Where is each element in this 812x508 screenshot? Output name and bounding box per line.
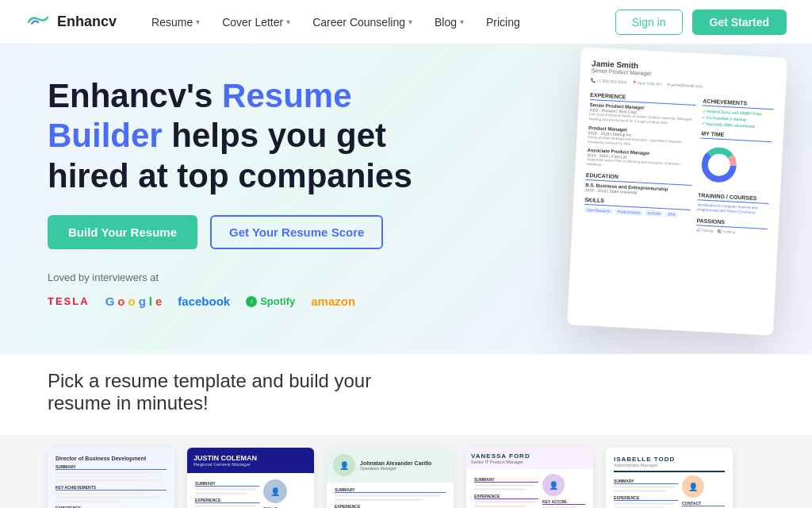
chevron-down-icon: ▾: [286, 17, 290, 26]
t2-title: Regional General Manager: [193, 462, 308, 467]
resume-preview: Jamie Smith Senior Product Manager 📞 +1 …: [574, 52, 780, 330]
t5-left: SUMMARY EXPERIENCE Project Manager: [614, 475, 678, 508]
nav-actions: Sign in Get Started: [615, 10, 787, 35]
t3-title: Operations Manager: [360, 466, 431, 471]
nav-blog[interactable]: Blog ▾: [425, 11, 473, 33]
resume-card: Jamie Smith Senior Product Manager 📞 +1 …: [567, 47, 787, 335]
nav-resume[interactable]: Resume ▾: [142, 11, 209, 33]
signin-button[interactable]: Sign in: [615, 10, 683, 35]
spotify-icon: ♪: [246, 296, 257, 307]
pick-title: Pick a resume template and build your re…: [48, 370, 764, 414]
build-resume-button[interactable]: Build Your Resume: [48, 215, 197, 249]
t2-avatar-area: 👤: [263, 479, 306, 503]
t5-right: 👤 CONTACT SKILLS: [682, 475, 725, 508]
template-card-1[interactable]: Director of Business Development SUMMARY…: [48, 448, 174, 508]
resume-section-passions: PASSIONS: [696, 217, 768, 229]
t3-name: Johnatan Alexander Carillo: [360, 460, 431, 466]
resume-entry-3: Associate Product Manager 2014 - 2016 | …: [586, 148, 694, 173]
nav-career-counseling[interactable]: Career Counseling ▾: [303, 11, 422, 33]
logo[interactable]: Enhancv: [25, 13, 117, 32]
template-card-4[interactable]: VANESSA FORD Senior IT Product Manager S…: [466, 448, 593, 508]
t2-name: JUSTIN COLEMAN: [193, 454, 308, 462]
t3-header: 👤 Johnatan Alexander Carillo Operations …: [327, 448, 454, 483]
pick-template-section: Pick a resume template and build your re…: [0, 354, 812, 435]
nav-cover-letter[interactable]: Cover Letter ▾: [213, 11, 300, 33]
resume-section-training: TRAINING / COURSES: [698, 192, 769, 204]
template-card-5[interactable]: ISABELLE TODD Administrator Manager SUMM…: [606, 448, 733, 508]
t3-info: Johnatan Alexander Carillo Operations Ma…: [360, 460, 431, 471]
logo-icon: [25, 13, 51, 32]
template-card-3[interactable]: 👤 Johnatan Alexander Carillo Operations …: [327, 448, 454, 508]
amazon-logo: amazon: [311, 294, 355, 308]
template-inner-1: Director of Business Development SUMMARY…: [48, 448, 174, 508]
t1-line: [56, 492, 144, 495]
resume-section-mytime: MY TIME: [701, 130, 772, 142]
template-inner-2: JUSTIN COLEMAN Regional General Manager …: [187, 448, 314, 508]
t2-header: JUSTIN COLEMAN Regional General Manager: [187, 448, 314, 473]
template-inner-3: 👤 Johnatan Alexander Carillo Operations …: [327, 448, 454, 508]
t1-summary-section: SUMMARY: [56, 464, 167, 470]
resume-section-achievements: ACHIEVEMENTS: [703, 98, 774, 110]
logo-text: Enhancv: [57, 13, 117, 30]
loved-text: Loved by interviewers at: [48, 271, 460, 283]
t4-left: SUMMARY EXPERIENCE PROJECT MANAGER: [474, 474, 538, 508]
template-carousel: Director of Business Development SUMMARY…: [0, 435, 812, 508]
t4-avatar: 👤: [542, 474, 565, 496]
company-logos: TESLA Google facebook ♪ Spotify amazon: [48, 294, 460, 308]
template-inner-5: ISABELLE TODD Administrator Manager SUMM…: [606, 448, 733, 508]
resume-columns: EXPERIENCE Senior Product Manager 2019 -…: [584, 87, 775, 235]
t4-title: Senior IT Product Manager: [471, 460, 588, 464]
chevron-down-icon: ▾: [460, 17, 464, 26]
resume-entry-1: Senior Product Manager 2019 - Present | …: [588, 102, 696, 128]
facebook-logo: facebook: [178, 294, 230, 308]
t5-title: Administrator Manager: [614, 463, 725, 468]
t1-line: [56, 475, 144, 478]
t2-right: 👤 SKILLS EDUCATION: [263, 478, 306, 508]
hero-section: Enhancv's Resume Builder helps you get h…: [0, 44, 812, 354]
t5-avatar: 👤: [682, 475, 704, 498]
t5-cols: SUMMARY EXPERIENCE Project Manager 👤 CON…: [614, 475, 725, 508]
t4-header: VANESSA FORD Senior IT Product Manager: [466, 448, 593, 469]
t4-right: 👤 KEY ACCOM. EDUCATION: [542, 474, 585, 508]
t5-header: ISABELLE TODD Administrator Manager: [614, 456, 725, 472]
spotify-logo: ♪ Spotify: [246, 295, 295, 307]
t1-line: [56, 471, 161, 474]
t1-line: [56, 496, 161, 498]
nav-links: Resume ▾ Cover Letter ▾ Career Counselin…: [142, 11, 615, 33]
t1-achievements-section: KEY ACHIEVEMENTS: [56, 485, 167, 491]
chevron-down-icon: ▾: [196, 17, 200, 26]
tesla-logo: TESLA: [48, 295, 90, 307]
hero-title: Enhancv's Resume Builder helps you get h…: [48, 76, 460, 196]
navbar: Enhancv Resume ▾ Cover Letter ▾ Career C…: [0, 0, 812, 44]
t2-cols: SUMMARY EXPERIENCE Managing Finance Pric…: [195, 478, 306, 508]
google-logo: Google: [105, 294, 163, 308]
resume-left-col: EXPERIENCE Senior Product Manager 2019 -…: [584, 87, 697, 231]
template-name-1: Director of Business Development: [56, 456, 167, 461]
t4-name: VANESSA FORD: [471, 452, 588, 460]
t2-avatar: 👤: [263, 479, 287, 503]
t2-left: SUMMARY EXPERIENCE Managing Finance Pric…: [195, 478, 259, 508]
getstarted-button[interactable]: Get Started: [692, 10, 787, 35]
t3-avatar: 👤: [333, 454, 355, 476]
t5-name: ISABELLE TODD: [614, 456, 725, 463]
t1-line: [56, 500, 122, 502]
resume-right-col: ACHIEVEMENTS ✓ Helped Sony sell 100M+ Ps…: [696, 94, 775, 236]
chevron-down-icon: ▾: [408, 17, 412, 26]
hero-left: Enhancv's Resume Builder helps you get h…: [48, 76, 460, 330]
nav-pricing[interactable]: Pricing: [477, 11, 530, 33]
get-score-button[interactable]: Get Your Resume Score: [210, 215, 383, 249]
t4-cols: SUMMARY EXPERIENCE PROJECT MANAGER 👤 KEY…: [474, 474, 585, 508]
t1-line: [56, 479, 161, 482]
resume-entry-2: Product Manager 2016 - 2019 | Startup In…: [588, 125, 695, 151]
my-time-chart: [699, 144, 741, 186]
hero-buttons: Build Your Resume Get Your Resume Score: [48, 215, 460, 249]
template-inner-4: VANESSA FORD Senior IT Product Manager S…: [466, 448, 593, 508]
template-card-2[interactable]: JUSTIN COLEMAN Regional General Manager …: [187, 448, 314, 508]
